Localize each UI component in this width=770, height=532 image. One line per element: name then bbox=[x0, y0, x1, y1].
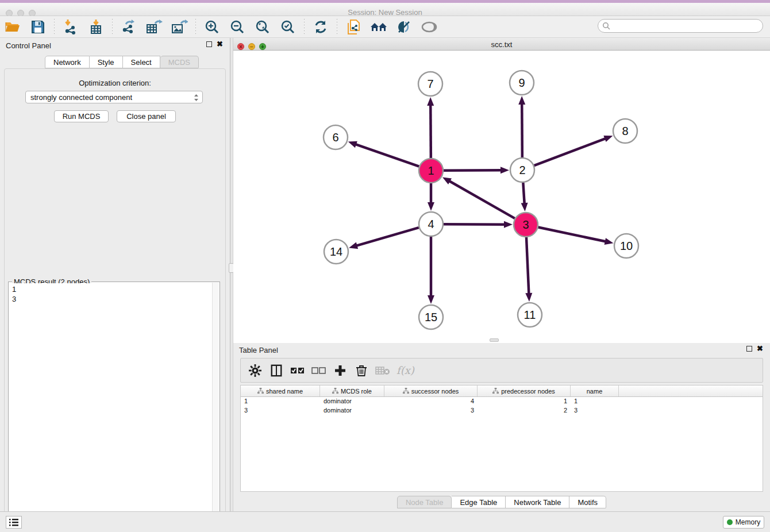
tab-edge-table[interactable]: Edge Table bbox=[452, 496, 506, 508]
table-row[interactable]: 3dominator323 bbox=[241, 406, 763, 415]
split-columns-icon[interactable] bbox=[268, 362, 285, 379]
float-panel-icon[interactable] bbox=[206, 41, 212, 47]
network-canvas[interactable]: 7968124314101511 bbox=[233, 51, 770, 343]
import-table-icon[interactable] bbox=[86, 18, 106, 36]
close-table-panel-icon[interactable]: ✖ bbox=[757, 346, 763, 352]
zoom-in-icon[interactable] bbox=[202, 18, 222, 36]
import-network-icon[interactable] bbox=[61, 18, 80, 36]
tab-select[interactable]: Select bbox=[123, 56, 160, 68]
tab-network-table[interactable]: Network Table bbox=[506, 496, 569, 508]
run-mcds-button[interactable]: Run MCDS bbox=[54, 110, 109, 122]
graph-edge-1-7[interactable] bbox=[430, 105, 431, 158]
export-network-icon[interactable] bbox=[119, 18, 138, 36]
edge-arrowhead bbox=[521, 203, 528, 211]
float-table-panel-icon[interactable] bbox=[746, 346, 752, 352]
node-label: 8 bbox=[622, 125, 628, 137]
refresh-layout-icon[interactable] bbox=[311, 18, 330, 36]
close-panel-icon[interactable]: ✖ bbox=[217, 41, 223, 47]
zoom-fit-icon[interactable] bbox=[253, 18, 272, 36]
search-icon bbox=[602, 22, 610, 30]
deselect-all-columns-icon[interactable] bbox=[310, 362, 328, 379]
task-history-button[interactable] bbox=[6, 516, 22, 529]
graph-edge-2-3[interactable] bbox=[523, 183, 524, 204]
edge-arrowhead bbox=[428, 202, 434, 211]
node-label: 3 bbox=[522, 218, 529, 231]
table-cell[interactable]: 3 bbox=[384, 406, 478, 415]
memory-status-icon bbox=[727, 519, 733, 525]
control-panel-tabs: Network Style Select MCDS bbox=[45, 56, 199, 68]
tree-icon bbox=[492, 388, 499, 394]
table-cell[interactable]: 4 bbox=[384, 397, 478, 406]
table-row[interactable]: 1dominator411 bbox=[241, 397, 763, 406]
search-box bbox=[598, 19, 763, 33]
clone-network-icon[interactable] bbox=[344, 18, 363, 36]
node-label: 6 bbox=[332, 131, 338, 144]
graph-edge-2-8[interactable] bbox=[534, 138, 606, 165]
mcds-result-box: MCDS result (2 nodes) 1 3 bbox=[8, 282, 220, 532]
graph-edge-2-9[interactable] bbox=[522, 103, 522, 157]
search-input[interactable] bbox=[598, 19, 763, 33]
graphics-details-icon[interactable] bbox=[394, 18, 414, 36]
houses-icon[interactable] bbox=[369, 18, 388, 36]
graph-edge-3-11[interactable] bbox=[526, 237, 529, 294]
table-cell[interactable]: 1 bbox=[571, 397, 619, 406]
result-scrollbar[interactable] bbox=[212, 283, 219, 532]
export-image-icon[interactable] bbox=[170, 18, 189, 36]
edge-arrowhead bbox=[605, 238, 614, 245]
node-label: 7 bbox=[427, 78, 433, 90]
zoom-out-icon[interactable] bbox=[228, 18, 247, 36]
save-disk-icon[interactable] bbox=[28, 18, 48, 36]
session-title: Session: New Session bbox=[0, 8, 770, 17]
node-label: 14 bbox=[330, 245, 342, 258]
table-cell[interactable]: dominator bbox=[320, 406, 384, 415]
function-builder-icon: f(x) bbox=[396, 364, 414, 376]
horizontal-divider-grip[interactable] bbox=[490, 338, 499, 342]
add-column-icon[interactable] bbox=[332, 362, 349, 379]
node-label: 4 bbox=[428, 218, 434, 230]
graph-edge-1-2[interactable] bbox=[444, 170, 502, 171]
tab-style[interactable]: Style bbox=[90, 56, 123, 68]
optimization-criterion-select[interactable]: strongly connected component bbox=[25, 91, 203, 103]
tab-motifs[interactable]: Motifs bbox=[569, 496, 606, 508]
table-panel-title: Table Panel bbox=[239, 346, 278, 354]
memory-button[interactable]: Memory bbox=[723, 516, 764, 529]
table-cell[interactable]: dominator bbox=[320, 397, 384, 406]
edge-arrowhead bbox=[442, 177, 452, 184]
graph-edge-4-14[interactable] bbox=[356, 228, 419, 246]
close-panel-button[interactable]: Close panel bbox=[117, 110, 176, 122]
toolbar-separator bbox=[304, 19, 305, 35]
node-label: 11 bbox=[524, 309, 536, 321]
tab-network[interactable]: Network bbox=[45, 56, 90, 68]
column-header-name[interactable]: name bbox=[571, 385, 619, 396]
graph-edge-3-1[interactable] bbox=[449, 181, 515, 218]
open-folder-icon[interactable] bbox=[3, 18, 22, 36]
optimization-criterion-label: Optimization criterion: bbox=[0, 79, 230, 87]
table-cell[interactable]: 3 bbox=[571, 406, 619, 415]
export-table-icon[interactable] bbox=[144, 18, 164, 36]
table-cell[interactable]: 2 bbox=[478, 406, 571, 415]
column-header-MCDS-role[interactable]: MCDS role bbox=[320, 385, 384, 396]
select-all-columns-icon[interactable] bbox=[289, 362, 306, 379]
mcds-result-text[interactable]: 1 3 bbox=[10, 283, 212, 532]
eye-icon[interactable] bbox=[419, 18, 439, 36]
table-cell[interactable]: 3 bbox=[241, 406, 320, 415]
control-panel: Control Panel ✖ Network Style Select MCD… bbox=[0, 38, 230, 511]
table-cell[interactable]: 1 bbox=[241, 397, 320, 406]
tab-mcds[interactable]: MCDS bbox=[160, 56, 199, 68]
table-tabs: Node Table Edge Table Network Table Moti… bbox=[233, 496, 770, 508]
delete-column-icon[interactable] bbox=[353, 362, 370, 379]
network-window-titlebar[interactable]: ×−+ scc.txt bbox=[233, 38, 770, 51]
graph-edge-3-10[interactable] bbox=[538, 228, 606, 242]
zoom-selected-icon[interactable] bbox=[278, 18, 298, 36]
column-header-shared-name[interactable]: shared name bbox=[241, 385, 320, 396]
graph-edge-4-3[interactable] bbox=[444, 224, 505, 225]
node-table[interactable]: shared nameMCDS rolesuccessor nodesprede… bbox=[240, 385, 763, 492]
column-header-predecessor-nodes[interactable]: predecessor nodes bbox=[478, 385, 571, 396]
column-header-label: MCDS role bbox=[341, 388, 372, 395]
node-label: 10 bbox=[620, 240, 633, 252]
table-cell[interactable]: 1 bbox=[478, 397, 571, 406]
column-header-successor-nodes[interactable]: successor nodes bbox=[384, 385, 478, 396]
tab-node-table[interactable]: Node Table bbox=[397, 496, 452, 508]
graph-edge-1-6[interactable] bbox=[355, 144, 419, 167]
gear-icon[interactable] bbox=[247, 362, 264, 379]
